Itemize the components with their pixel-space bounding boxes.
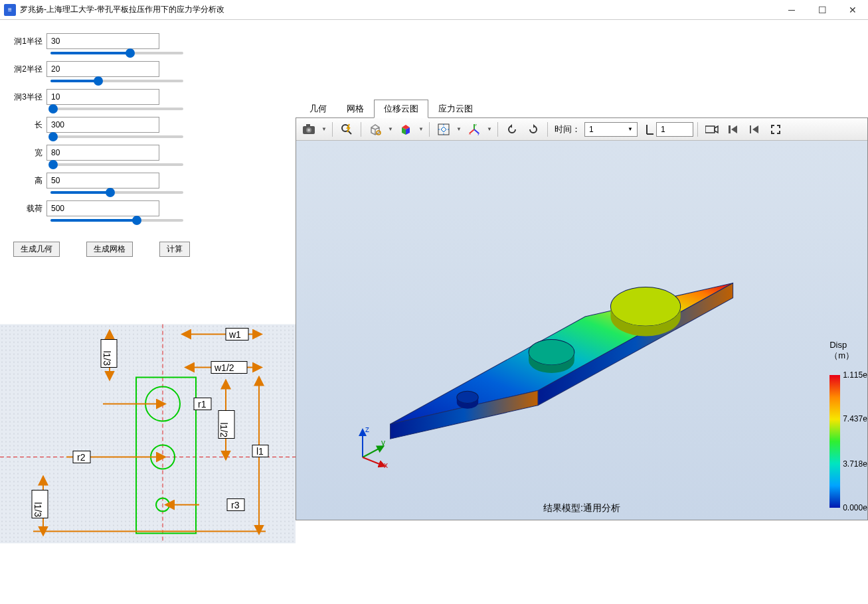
minimize-button[interactable]: ─ [776, 0, 807, 20]
legend-tick-0: 1.115e-05 [843, 370, 867, 380]
param-slider-load[interactable] [50, 219, 183, 222]
svg-point-45 [457, 391, 478, 403]
rotate-ccw-icon[interactable] [502, 121, 522, 138]
legend-tick-1: 7.437e-06 [843, 414, 867, 423]
dim-w1: w1 [228, 329, 241, 340]
svg-line-49 [363, 447, 381, 457]
param-label-r2: 洞2半径 [7, 64, 46, 75]
svg-text:x: x [384, 461, 388, 470]
generate-mesh-button[interactable]: 生成网格 [86, 242, 133, 257]
svg-rect-35 [438, 124, 449, 135]
param-input-r3[interactable] [46, 89, 159, 105]
camera-icon[interactable] [299, 121, 319, 138]
svg-rect-42 [705, 126, 715, 133]
svg-rect-43 [729, 125, 731, 133]
maximize-button[interactable]: ☐ [807, 0, 837, 20]
left-panel: 洞1半径 洞2半径 洞3半径 长 宽 高 载荷 生成几何 生成网格 计算 [0, 20, 296, 604]
param-input-length[interactable] [46, 117, 159, 133]
legend-title1: Disp [829, 340, 847, 350]
fit-view-icon[interactable] [434, 121, 454, 138]
svg-text:y: y [477, 131, 479, 135]
color-legend: Disp（m） 1.115e-05 7.437e-06 3.718e-06 0.… [829, 340, 854, 508]
svg-point-46 [529, 339, 574, 364]
param-label-load: 载荷 [7, 203, 46, 214]
dim-l1-3b: l1/3 [33, 502, 43, 518]
legend-title2: （m） [829, 350, 854, 360]
time-input[interactable] [656, 122, 693, 137]
param-slider-r2[interactable] [50, 80, 183, 82]
right-panel: 几何 网格 位移云图 应力云图 ▼ ▼ ▼ ▼ zxy ▼ [296, 20, 868, 604]
svg-text:z: z [475, 123, 477, 127]
cube-colored-icon[interactable] [396, 121, 416, 138]
skip-start-icon[interactable] [723, 121, 743, 138]
compute-button[interactable]: 计算 [159, 242, 190, 257]
svg-point-47 [611, 287, 681, 327]
dim-r3: r3 [231, 500, 240, 510]
video-icon[interactable] [702, 121, 722, 138]
viewer-toolbar: ▼ ▼ ▼ ▼ zxy ▼ 时间： 1▼ [296, 118, 867, 141]
legend-tick-2: 3.718e-06 [843, 459, 867, 469]
rotate-cw-icon[interactable] [523, 121, 543, 138]
sketch-view[interactable]: w1 w1/2 l1 l1/2 l1/3 l1/3 r1 r2 r3 [0, 264, 296, 604]
cube-outline-dropdown-icon[interactable]: ▼ [387, 126, 394, 132]
svg-line-33 [348, 131, 351, 134]
axes-view-icon[interactable]: zxy [464, 121, 484, 138]
svg-point-31 [307, 129, 310, 131]
param-input-height[interactable] [46, 173, 159, 189]
time-dropdown[interactable]: 1▼ [584, 122, 638, 137]
tab-displacement[interactable]: 位移云图 [374, 100, 428, 118]
titlebar: ≡ 罗兆扬-上海理工大学-带孔平板拉压作用下的应力学分析改 ─ ☐ ✕ [0, 0, 868, 20]
param-label-width: 宽 [7, 147, 46, 159]
param-label-r1: 洞1半径 [7, 36, 46, 47]
tab-geometry[interactable]: 几何 [300, 100, 337, 118]
svg-line-50 [363, 457, 383, 465]
legend-tick-3: 0.000e+00 [843, 503, 867, 512]
param-label-height: 高 [7, 175, 46, 187]
app-icon: ≡ [4, 4, 16, 16]
param-input-load[interactable] [46, 200, 159, 216]
dim-l1-2: l1/2 [218, 423, 229, 438]
param-label-r3: 洞3半径 [7, 92, 46, 103]
param-slider-r1[interactable] [50, 52, 183, 54]
viewer-tabs: 几何 网格 位移云图 应力云图 [296, 100, 868, 118]
parameters-pane: 洞1半径 洞2半径 洞3半径 长 宽 高 载荷 [0, 20, 296, 235]
axis-triad: z y x [349, 424, 396, 473]
3d-viewer[interactable]: z y x Disp（m） 1.115e-05 7.437e-06 3.718e… [296, 141, 867, 520]
step-back-icon[interactable] [744, 121, 764, 138]
cube-outline-icon[interactable] [365, 121, 385, 138]
axes-view-dropdown-icon[interactable]: ▼ [485, 126, 493, 132]
zoom-lightning-icon[interactable] [337, 121, 357, 138]
param-slider-width[interactable] [50, 163, 183, 166]
svg-text:z: z [365, 425, 369, 434]
param-input-width[interactable] [46, 145, 159, 161]
svg-text:x: x [469, 131, 471, 135]
svg-rect-44 [750, 125, 751, 133]
cube-colored-dropdown-icon[interactable]: ▼ [417, 126, 425, 132]
param-input-r1[interactable] [46, 33, 159, 49]
param-input-r2[interactable] [46, 61, 159, 77]
param-slider-height[interactable] [50, 191, 183, 194]
fit-view-dropdown-icon[interactable]: ▼ [455, 126, 463, 132]
param-label-length: 长 [7, 119, 46, 131]
dim-l1: l1 [256, 446, 264, 457]
window-title: 罗兆扬-上海理工大学-带孔平板拉压作用下的应力学分析改 [20, 4, 776, 15]
camera-dropdown-icon[interactable]: ▼ [320, 126, 328, 132]
expand-icon[interactable] [766, 121, 786, 138]
dim-r1: r1 [198, 399, 207, 410]
generate-geometry-button[interactable]: 生成几何 [13, 242, 60, 257]
time-label: 时间： [552, 123, 583, 135]
tab-mesh[interactable]: 网格 [337, 100, 374, 118]
model-label: 结果模型:通用分析 [543, 502, 620, 514]
svg-text:y: y [381, 438, 385, 447]
close-button[interactable]: ✕ [837, 0, 868, 20]
tab-stress[interactable]: 应力云图 [428, 100, 483, 118]
dim-r2: r2 [77, 452, 86, 463]
angle-icon [646, 122, 655, 137]
svg-rect-29 [306, 124, 310, 127]
dim-w1-2: w1/2 [214, 362, 234, 373]
dim-l1-3a: l1/3 [102, 351, 112, 366]
param-slider-r3[interactable] [50, 108, 183, 110]
param-slider-length[interactable] [50, 135, 183, 138]
